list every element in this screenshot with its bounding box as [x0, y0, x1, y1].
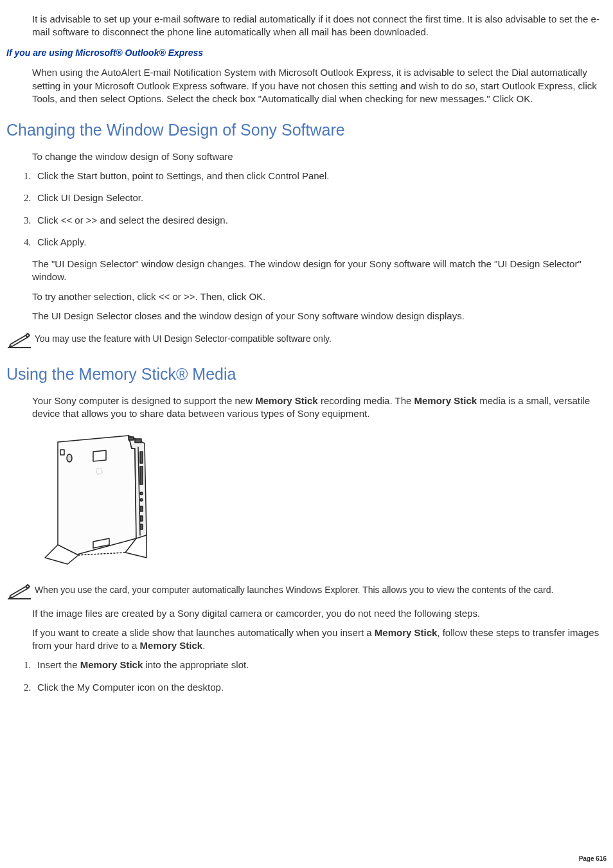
changing-steps-list: Click the Start button, point to Setting… [33, 170, 607, 249]
heading-memory-stick: Using the Memory Stick® Media [6, 364, 607, 385]
text-span: Your Sony computer is designed to suppor… [32, 395, 255, 406]
bold-term: Memory Stick [140, 640, 203, 651]
changing-intro: To change the window design of Sony soft… [32, 150, 607, 163]
computer-illustration: ▢ [32, 429, 607, 571]
changing-para: The UI Design Selector closes and the wi… [32, 310, 607, 323]
svg-rect-14 [8, 598, 31, 599]
text-span: Insert the [37, 659, 80, 670]
note-icon [6, 580, 32, 601]
svg-point-4 [140, 492, 143, 495]
svg-rect-10 [135, 439, 141, 443]
svg-rect-13 [60, 450, 64, 455]
text-span: If you want to create a slide show that … [32, 627, 375, 638]
svg-rect-6 [140, 506, 143, 511]
svg-point-5 [140, 499, 143, 501]
svg-point-12 [67, 454, 72, 462]
bold-term: Memory Stick [80, 659, 143, 670]
changing-para: To try another selection, click << or >>… [32, 290, 607, 303]
list-item: Insert the Memory Stick into the appropr… [33, 659, 607, 671]
note-block: When you use the card, your computer aut… [6, 580, 607, 601]
svg-rect-8 [140, 524, 143, 529]
changing-para: The "UI Design Selector" window design c… [32, 258, 607, 284]
note-text: When you use the card, your computer aut… [32, 584, 553, 594]
text-span: into the appropriate slot. [143, 659, 249, 670]
note-icon [6, 329, 32, 350]
intro-paragraph: It is advisable to set up your e-mail so… [32, 13, 607, 39]
bold-term: Memory Stick [375, 627, 438, 638]
list-item: Click << or >> and select the desired de… [33, 214, 607, 227]
bold-term: Memory Stick [414, 395, 477, 406]
svg-rect-2 [140, 452, 143, 463]
list-item: Click the Start button, point to Setting… [33, 170, 607, 182]
svg-rect-3 [140, 466, 143, 484]
list-item: Click the My Computer icon on the deskto… [33, 681, 607, 694]
outlook-subheading: If you are using Microsoft® Outlook® Exp… [6, 47, 607, 59]
memstick-intro: Your Sony computer is designed to suppor… [32, 394, 607, 421]
memstick-para: If the image files are created by a Sony… [32, 607, 607, 620]
note-block: You may use the feature with UI Design S… [6, 329, 607, 350]
text-span: . [202, 640, 205, 651]
note-text: You may use the feature with UI Design S… [32, 333, 332, 344]
outlook-paragraph: When using the AutoAlert E-mail Notifica… [32, 66, 607, 105]
text-span: recording media. The [318, 395, 414, 406]
svg-rect-7 [140, 516, 143, 521]
bold-term: Memory Stick [255, 395, 318, 406]
list-item: Click Apply. [33, 236, 607, 249]
svg-rect-9 [129, 437, 134, 440]
memstick-para: If you want to create a slide show that … [32, 626, 607, 653]
svg-rect-0 [8, 347, 31, 348]
heading-changing-window-design: Changing the Window Design of Sony Softw… [6, 120, 607, 141]
list-item: Click UI Design Selector. [33, 191, 607, 204]
memstick-steps-list: Insert the Memory Stick into the appropr… [33, 659, 607, 694]
